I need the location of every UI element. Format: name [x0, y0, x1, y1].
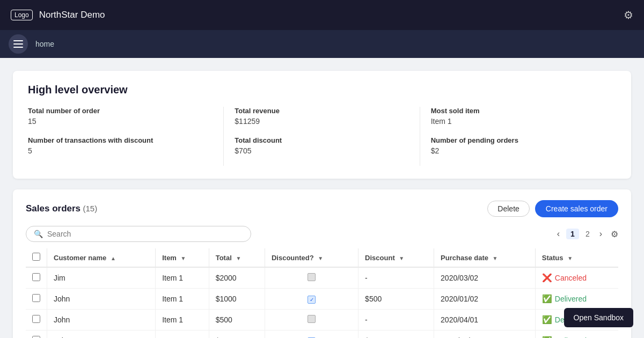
metric-total-orders-value: 15: [28, 117, 213, 126]
nav-home-link[interactable]: home: [35, 40, 54, 48]
overview-section-middle: Total revenue $11259 Total discount $705: [224, 107, 420, 166]
orders-count: (15): [83, 204, 98, 213]
th-discounted-label: Discounted?: [272, 254, 314, 262]
table-row: JimItem 1$2000-2020/03/02❌Canceled: [26, 267, 618, 289]
create-sales-order-button[interactable]: Create sales order: [535, 200, 618, 217]
pagination-current-page[interactable]: 1: [566, 229, 579, 239]
discounted-checkbox-icon: [308, 273, 316, 281]
metric-discount-transactions: Number of transactions with discount 5: [28, 136, 213, 155]
td-total: $2500: [209, 330, 265, 339]
td-status: ✅Delivered: [535, 289, 618, 310]
row-checkbox[interactable]: [32, 315, 40, 323]
delivered-icon: ✅: [542, 315, 552, 325]
td-status: ✅Delivered: [535, 330, 618, 339]
td-total: $500: [209, 310, 265, 330]
row-checkbox[interactable]: [32, 273, 40, 281]
td-discounted: [265, 310, 358, 330]
orders-title: Sales orders: [26, 203, 80, 214]
metric-most-sold-value: Item 1: [431, 117, 605, 126]
td-total: $2000: [209, 267, 265, 289]
sort-desc-icon-date: ▼: [493, 255, 498, 261]
metric-discount-transactions-label: Number of transactions with discount: [28, 136, 213, 144]
td-customer-name: Jim: [47, 267, 156, 289]
metric-total-revenue: Total revenue $11259: [235, 107, 408, 126]
table-header-row: Customer name ▲ Item ▼ Total ▼ Discounte…: [26, 248, 618, 267]
sort-desc-icon-total: ▼: [236, 255, 241, 261]
logo: Logo: [11, 10, 33, 20]
metric-total-revenue-value: $11259: [235, 117, 408, 126]
metric-total-discount-value: $705: [235, 146, 408, 155]
app-title: NorthStar Demo: [39, 10, 105, 20]
pagination-next-page[interactable]: 2: [582, 229, 593, 239]
metric-pending-orders-label: Number of pending orders: [431, 136, 605, 144]
metric-pending-orders-value: $2: [431, 146, 605, 155]
td-discount-amount: -: [358, 267, 434, 289]
orders-card: Sales orders (15) Delete Create sales or…: [13, 189, 631, 338]
delete-button[interactable]: Delete: [487, 201, 529, 217]
overview-section-right: Most sold item Item 1 Number of pending …: [420, 107, 616, 166]
sort-desc-icon-status: ▼: [567, 255, 573, 261]
td-purchase-date: 2020/04/01: [434, 310, 536, 330]
search-wrap: 🔍 ‹ 1 2 › ⚙: [26, 226, 618, 242]
row-checkbox[interactable]: [32, 294, 40, 302]
th-customer-name[interactable]: Customer name ▲: [47, 248, 156, 267]
search-icon: 🔍: [34, 230, 43, 238]
hamburger-icon: [13, 40, 23, 48]
th-status[interactable]: Status ▼: [535, 248, 618, 267]
td-purchase-date: 2020/05/06: [434, 330, 536, 339]
status-delivered: ✅Delivered: [542, 294, 612, 304]
pagination-next-button[interactable]: ›: [596, 228, 605, 240]
row-checkbox[interactable]: [32, 336, 40, 338]
sort-desc-icon-discount: ▼: [399, 255, 404, 261]
td-item: Item 1: [156, 267, 209, 289]
td-discounted: [265, 267, 358, 289]
overview-card: High level overview Total number of orde…: [13, 71, 631, 179]
th-item[interactable]: Item ▼: [156, 248, 209, 267]
td-purchase-date: 2020/01/02: [434, 289, 536, 310]
metric-total-discount: Total discount $705: [235, 136, 408, 155]
td-checkbox[interactable]: [26, 310, 47, 330]
td-customer-name: John: [47, 330, 156, 339]
metric-most-sold: Most sold item Item 1: [431, 107, 605, 126]
th-discount[interactable]: Discount ▼: [358, 248, 434, 267]
td-discounted: ✓: [265, 330, 358, 339]
delivered-icon: ✅: [542, 294, 552, 304]
th-total-label: Total: [216, 254, 232, 262]
status-delivered: ✅Delivered: [542, 336, 612, 338]
table-row: JohnItem 2$2500✓$502020/05/06✅Delivered: [26, 330, 618, 339]
td-item: Item 1: [156, 310, 209, 330]
sort-asc-icon: ▲: [111, 255, 116, 261]
overview-grid: Total number of order 15 Number of trans…: [28, 107, 616, 166]
table-settings-icon[interactable]: ⚙: [611, 229, 618, 239]
th-purchase-date[interactable]: Purchase date ▼: [434, 248, 536, 267]
sandbox-tooltip[interactable]: Open Sandbox: [564, 308, 633, 327]
header-left: Logo NorthStar Demo: [11, 10, 105, 20]
td-checkbox[interactable]: [26, 289, 47, 310]
orders-actions: Delete Create sales order: [487, 200, 618, 217]
metric-discount-transactions-value: 5: [28, 146, 213, 155]
search-input[interactable]: [47, 230, 243, 238]
table-row: JohnItem 1$500-2020/04/01✅Delivered: [26, 310, 618, 330]
table-row: JohnItem 1$1000✓$5002020/01/02✅Delivered: [26, 289, 618, 310]
td-checkbox[interactable]: [26, 267, 47, 289]
orders-table: Customer name ▲ Item ▼ Total ▼ Discounte…: [26, 248, 618, 338]
gear-icon[interactable]: ⚙: [624, 9, 633, 21]
pagination-prev-button[interactable]: ‹: [554, 228, 563, 240]
hamburger-menu[interactable]: [9, 34, 28, 54]
overview-title: High level overview: [28, 84, 616, 96]
main-content: High level overview Total number of orde…: [0, 58, 644, 338]
th-status-label: Status: [542, 254, 564, 262]
th-total[interactable]: Total ▼: [209, 248, 265, 267]
th-discount-label: Discount: [365, 254, 395, 262]
select-all-checkbox[interactable]: [32, 253, 40, 261]
th-purchase-date-label: Purchase date: [441, 254, 488, 262]
metric-total-discount-label: Total discount: [235, 136, 408, 144]
td-customer-name: John: [47, 289, 156, 310]
th-select-all[interactable]: [26, 248, 47, 267]
td-discount-amount: -: [358, 310, 434, 330]
status-canceled: ❌Canceled: [542, 273, 612, 283]
metric-most-sold-label: Most sold item: [431, 107, 605, 115]
th-discounted[interactable]: Discounted? ▼: [265, 248, 358, 267]
sort-desc-icon-discounted: ▼: [318, 255, 323, 261]
td-checkbox[interactable]: [26, 330, 47, 339]
